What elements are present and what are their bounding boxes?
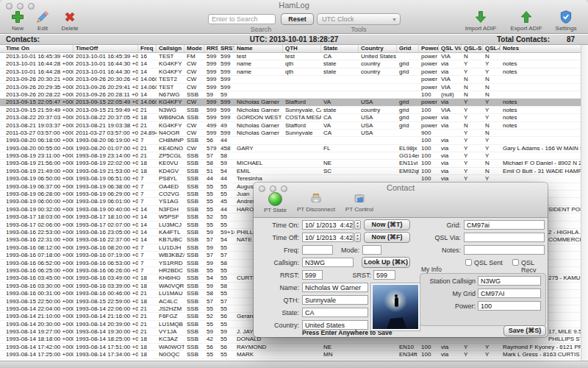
table-row[interactable]: 2013-10-01 16:44:28 +00002013-10-01 16:4… xyxy=(0,60,588,68)
column-header-mode[interactable]: Mode xyxy=(184,45,204,52)
plus-icon xyxy=(10,10,25,24)
table-row[interactable]: 2013-10-01 16:45:39 +00002013-10-01 16:4… xyxy=(0,53,588,60)
qth-field[interactable]: Sunnyvale xyxy=(302,295,368,305)
column-header-state[interactable]: State xyxy=(321,45,359,52)
column-header-rrst[interactable]: RRST xyxy=(204,45,218,52)
power-field[interactable]: 100 xyxy=(478,301,541,311)
reset-button[interactable]: Reset xyxy=(281,13,314,25)
pt-state-button[interactable]: PT State xyxy=(264,192,287,213)
cell-qsl-r: N xyxy=(483,76,501,83)
cell-freq: 14.060 xyxy=(138,84,157,91)
pt-control-button[interactable]: PT Control xyxy=(345,192,373,213)
cell-state: CA xyxy=(321,114,359,121)
cell-srst: 599 xyxy=(218,114,234,121)
cell-qsl-via: via xyxy=(439,160,462,167)
now-f-button[interactable]: Now (⌘F) xyxy=(364,232,410,243)
table-row[interactable]: 2013-08-22 20:37:03 +00002013-08-22 20:3… xyxy=(0,114,588,121)
cell-qsl-s: N xyxy=(462,122,483,130)
column-header-qsl-r[interactable]: QSL-R xyxy=(483,45,501,52)
export-adif-button[interactable]: Export ADIF xyxy=(506,10,547,32)
mode-field[interactable] xyxy=(362,245,381,255)
column-header-name[interactable]: Name xyxy=(234,45,283,52)
settings-button[interactable]: Settings xyxy=(550,10,582,32)
table-row[interactable]: 2013-10-01 16:44:28 +00002013-10-01 16:4… xyxy=(0,68,588,76)
table-header: Time OnTimeOffFreqCallsignModeRRSTSRSTNa… xyxy=(0,45,588,53)
cell-notes: Michael F O Daniel - 8902 N 204TH… xyxy=(501,160,588,167)
cell-callsign: N0OQC xyxy=(157,351,184,358)
rrst-label: RRST: xyxy=(255,272,299,279)
column-header-qsl-s[interactable]: QSL-S xyxy=(462,45,483,52)
now-t-button[interactable]: Now (⌘T) xyxy=(364,219,410,230)
my-grid-field[interactable]: CM97AI xyxy=(478,289,541,298)
cell-time-on: 1993-08-19 00:32:00 +0000 xyxy=(0,206,74,213)
cell-callsign: KH6IHG xyxy=(157,275,184,282)
time-off-stepper[interactable]: ▲▼ xyxy=(354,233,361,242)
column-header-country[interactable]: Country xyxy=(359,45,397,52)
table-row[interactable]: 1993-08-14 17:42:00 +00001993-08-14 17:5… xyxy=(0,344,588,351)
column-header-time-on[interactable]: Time On xyxy=(0,45,74,52)
table-row[interactable]: 1993-08-19 23:11:00 +00001993-08-19 23:1… xyxy=(0,152,588,160)
column-header-srst[interactable]: SRST xyxy=(218,45,234,52)
column-header-qsl-via[interactable]: QSL Via xyxy=(439,45,462,52)
column-header-qth[interactable]: QTH xyxy=(283,45,321,52)
cell-power: 100 xyxy=(419,91,439,99)
column-header-time-off[interactable]: TimeOff xyxy=(74,45,138,52)
table-row[interactable]: 1993-08-20 06:18:00 +00001993-08-20 06:1… xyxy=(0,137,588,144)
time-on-stepper[interactable]: ▲▼ xyxy=(354,220,361,230)
cell-srst: 57 xyxy=(218,298,234,305)
delete-button-label: Delete xyxy=(61,25,78,32)
cell-freq: 18 xyxy=(138,336,157,343)
table-row[interactable]: 2013-09-15 22:05:47 +00002013-09-15 22:0… xyxy=(0,99,588,106)
search-input[interactable] xyxy=(208,14,276,24)
tools-dropdown[interactable]: UTC Clock ▼ xyxy=(317,13,401,25)
pt-disconnect-button[interactable]: PT Disconnect xyxy=(297,192,335,213)
freq-field[interactable] xyxy=(302,245,333,255)
import-adif-button[interactable]: Import ADIF xyxy=(460,10,501,32)
save-button[interactable]: Save (⌘S) xyxy=(503,325,546,336)
table-row[interactable]: 1993-08-19 21:56:00 +00001993-08-19 22:0… xyxy=(0,160,588,167)
time-on-field[interactable]: 10/ 1/2013 4:42:15 PM xyxy=(302,220,354,230)
cell-callsign: KC3AZ xyxy=(157,336,184,343)
state-field[interactable]: CA xyxy=(302,308,368,317)
cell-time-off: 1993-08-16 00:46:00 +0000 xyxy=(74,290,138,297)
station-callsign-field[interactable]: N3WG xyxy=(478,276,541,286)
column-header-callsign[interactable]: Callsign xyxy=(157,45,184,52)
table-row[interactable]: 1993-08-14 17:25:00 +00001993-08-14 17:3… xyxy=(0,351,588,358)
cell-srst: 55 xyxy=(218,222,234,229)
srst-field[interactable]: 599 xyxy=(373,270,395,280)
table-row[interactable]: 2013-08-21 19:03:37 +00002013-08-21 19:0… xyxy=(0,122,588,130)
table-row[interactable]: 1993-08-20 00:55:00 +00001993-08-20 01:0… xyxy=(0,145,588,152)
cell-callsign: W5PSF xyxy=(157,213,184,221)
column-header-grid[interactable]: Grid xyxy=(397,45,419,52)
rrst-field[interactable]: 599 xyxy=(302,270,323,280)
table-row[interactable]: 1993-08-14 18:18:00 +00001993-08-14 18:2… xyxy=(0,336,588,343)
lookup-button[interactable]: Look Up (⌘K) xyxy=(362,257,410,268)
cell-notes xyxy=(501,152,588,160)
callsign-field[interactable]: N3WG xyxy=(302,258,354,267)
qsl-sent-checkbox[interactable] xyxy=(465,259,472,266)
new-button[interactable]: New xyxy=(4,10,31,32)
grid-field[interactable]: CM97ai xyxy=(464,220,545,230)
name-field[interactable]: Nicholas W Garner xyxy=(302,283,368,292)
cell-rrst: 54 xyxy=(204,275,218,282)
edit-button[interactable]: Edit xyxy=(31,10,54,32)
cell-time-off: 1993-08-14 17:34:00 +0000 xyxy=(74,351,138,358)
time-off-field[interactable]: 10/ 1/2013 4:42:15 PM xyxy=(302,233,354,242)
table-row[interactable]: 2011-03-27 03:57:00 +00002011-03-27 03:5… xyxy=(0,130,588,137)
delete-button[interactable]: Delete xyxy=(56,10,84,32)
cell-rrst: 599 xyxy=(204,60,218,68)
column-header-notes[interactable]: Notes xyxy=(501,45,588,52)
table-row[interactable]: 2013-09-26 20:29:35 +00002013-09-26 20:2… xyxy=(0,84,588,91)
qsl-via-field[interactable] xyxy=(464,233,545,242)
table-row[interactable]: 1993-08-19 21:49:00 +00001993-08-19 21:5… xyxy=(0,168,588,175)
notes-field[interactable] xyxy=(464,245,545,255)
column-header-freq[interactable]: Freq xyxy=(138,45,157,52)
cell-srst: 599 xyxy=(218,84,234,91)
column-header-power[interactable]: Power xyxy=(419,45,439,52)
table-row[interactable]: 2013-09-26 20:30:21 +00002013-09-26 20:3… xyxy=(0,76,588,83)
table-row[interactable]: 2013-09-15 21:59:49 +00002013-09-15 21:5… xyxy=(0,107,588,114)
cell-freq: 21 xyxy=(138,321,157,328)
vertical-scrollbar[interactable] xyxy=(581,45,588,361)
table-row[interactable]: 2013-09-26 20:28:22 +00002013-09-26 20:2… xyxy=(0,91,588,99)
qsl-recv-checkbox[interactable] xyxy=(512,259,519,266)
